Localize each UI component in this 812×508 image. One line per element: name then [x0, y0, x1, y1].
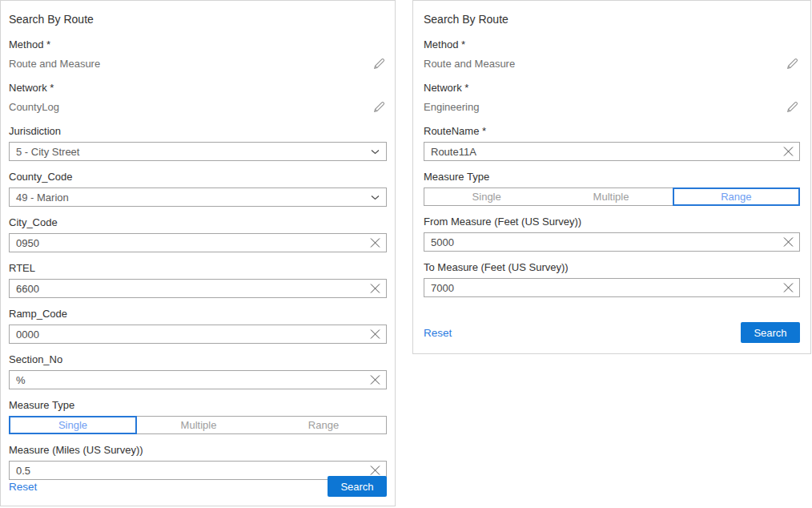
panel-footer: Reset Search: [9, 476, 387, 497]
measure-type-option-range[interactable]: Range: [261, 417, 386, 433]
network-label: Network *: [424, 82, 800, 95]
reset-link[interactable]: Reset: [9, 481, 37, 493]
pencil-icon: [372, 100, 386, 114]
from-measure-label: From Measure (Feet (US Survey)): [424, 216, 800, 228]
measure-type-option-single[interactable]: Single: [9, 416, 137, 434]
route-name-field: RouteName *: [424, 125, 800, 161]
section-no-label: Section_No: [9, 353, 387, 366]
search-button[interactable]: Search: [328, 476, 387, 497]
clear-icon[interactable]: [782, 282, 794, 294]
section-no-field: Section_No: [9, 353, 387, 389]
jurisdiction-select[interactable]: 5 - City Street: [9, 142, 387, 161]
panel-footer: Reset Search: [424, 322, 800, 343]
network-label: Network *: [9, 82, 387, 95]
panel-title: Search By Route: [9, 12, 387, 26]
method-label: Method *: [424, 38, 800, 51]
pencil-icon: [786, 100, 799, 114]
jurisdiction-field: Jurisdiction 5 - City Street: [9, 125, 387, 161]
measure-type-label: Measure Type: [9, 399, 387, 412]
measure-type-segmented: Single Multiple Range: [9, 416, 387, 434]
city-code-input[interactable]: [9, 233, 387, 252]
method-value: Route and Measure: [9, 58, 100, 70]
to-measure-input[interactable]: [424, 278, 800, 297]
measure-type-segmented: Single Multiple Range: [424, 187, 800, 206]
clear-icon[interactable]: [782, 236, 794, 248]
jurisdiction-label: Jurisdiction: [9, 125, 387, 138]
ramp-code-field: Ramp_Code: [9, 308, 387, 344]
city-code-field: City_Code: [9, 216, 387, 252]
network-group: Network * Engineering: [424, 82, 800, 115]
edit-method-button[interactable]: [784, 55, 800, 71]
edit-method-button[interactable]: [371, 55, 387, 71]
section-no-input[interactable]: [9, 370, 387, 389]
measure-type-option-multiple[interactable]: Multiple: [549, 188, 673, 205]
clear-icon[interactable]: [369, 283, 381, 295]
measure-label: Measure (Miles (US Survey)): [9, 444, 387, 457]
rtel-field: RTEL: [9, 262, 387, 298]
ramp-code-input[interactable]: [9, 325, 387, 344]
reset-link[interactable]: Reset: [424, 327, 452, 339]
county-code-label: County_Code: [9, 171, 387, 183]
pencil-icon: [372, 57, 386, 71]
network-value: CountyLog: [9, 101, 59, 113]
measure-type-option-single[interactable]: Single: [424, 188, 549, 205]
method-label: Method *: [9, 38, 387, 51]
network-value: Engineering: [424, 101, 479, 113]
method-group: Method * Route and Measure: [9, 38, 387, 71]
clear-icon[interactable]: [369, 329, 381, 341]
ramp-code-label: Ramp_Code: [9, 308, 387, 321]
chevron-down-icon: [370, 192, 380, 202]
clear-icon[interactable]: [782, 146, 794, 158]
search-button[interactable]: Search: [741, 322, 800, 343]
measure-type-label: Measure Type: [424, 171, 800, 183]
method-value: Route and Measure: [424, 58, 515, 70]
clear-icon[interactable]: [369, 374, 381, 386]
county-code-selected-value: 49 - Marion: [16, 192, 69, 204]
rtel-input[interactable]: [9, 279, 387, 298]
search-by-route-panel-right: Search By Route Method * Route and Measu…: [412, 0, 811, 354]
from-measure-input[interactable]: [424, 232, 800, 252]
to-measure-field: To Measure (Feet (US Survey)): [424, 261, 800, 297]
pencil-icon: [786, 57, 799, 71]
clear-icon[interactable]: [369, 237, 381, 249]
city-code-label: City_Code: [9, 216, 387, 229]
route-name-input[interactable]: [424, 142, 800, 161]
to-measure-label: To Measure (Feet (US Survey)): [424, 261, 800, 274]
edit-network-button[interactable]: [784, 99, 800, 115]
search-by-route-panel-left: Search By Route Method * Route and Measu…: [0, 0, 396, 506]
measure-field: Measure (Miles (US Survey)): [9, 444, 387, 480]
county-code-select[interactable]: 49 - Marion: [9, 187, 387, 207]
jurisdiction-selected-value: 5 - City Street: [16, 146, 79, 158]
rtel-label: RTEL: [9, 262, 387, 275]
county-code-field: County_Code 49 - Marion: [9, 171, 387, 207]
panel-title: Search By Route: [424, 12, 800, 26]
measure-type-field: Measure Type Single Multiple Range: [9, 399, 387, 434]
clear-icon[interactable]: [369, 465, 381, 477]
route-name-label: RouteName *: [424, 125, 800, 138]
from-measure-field: From Measure (Feet (US Survey)): [424, 216, 800, 252]
chevron-down-icon: [370, 147, 380, 156]
measure-type-option-range[interactable]: Range: [673, 187, 800, 206]
method-group: Method * Route and Measure: [424, 38, 800, 71]
measure-type-field: Measure Type Single Multiple Range: [424, 171, 800, 206]
edit-network-button[interactable]: [371, 99, 387, 115]
network-group: Network * CountyLog: [9, 82, 387, 115]
measure-type-option-multiple[interactable]: Multiple: [136, 417, 261, 433]
